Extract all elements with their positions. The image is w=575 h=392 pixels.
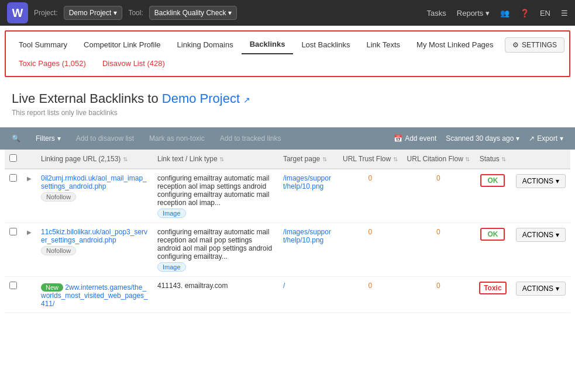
tab-tool-summary[interactable]: Tool Summary: [11, 36, 75, 54]
tab-competitor-link-profile[interactable]: Competitor Link Profile: [75, 36, 169, 54]
settings-button[interactable]: ⚙ SETTINGS: [505, 37, 564, 53]
row-checkbox[interactable]: [9, 174, 17, 182]
select-all-header[interactable]: [5, 150, 22, 169]
chevron-down-icon: ▾: [486, 9, 490, 18]
top-header: W Project: Demo Project ▾ Tool: Backlink…: [0, 0, 575, 26]
page-subtitle: This report lists only live backlinks: [12, 109, 563, 117]
chevron-down-icon: ▾: [556, 177, 559, 185]
row-expand-cell[interactable]: ▶: [22, 169, 36, 223]
citation-flow-cell: 0: [402, 169, 475, 223]
tool-label: Tool:: [128, 9, 143, 17]
row-checkbox-cell[interactable]: [5, 277, 22, 313]
add-tracked-button[interactable]: Add to tracked links: [214, 132, 287, 145]
export-button[interactable]: ↗ Export ▾: [523, 132, 569, 145]
status-badge: OK: [480, 228, 505, 241]
expand-button[interactable]: ▶: [27, 175, 32, 182]
menu-icon[interactable]: ☰: [561, 9, 568, 18]
scan-info: Scanned 30 days ago ▾: [446, 134, 519, 143]
linking-page-url-link[interactable]: 11c5kiz.bilolikar.uk/aol_pop3_server_set…: [41, 228, 147, 244]
chevron-down-icon: ▾: [560, 134, 563, 143]
tab-lost-backlinks[interactable]: Lost Backlinks: [293, 36, 358, 54]
project-name: Demo Project: [69, 9, 112, 17]
actions-button[interactable]: ACTIONS ▾: [516, 174, 566, 188]
tab-link-texts[interactable]: Link Texts: [358, 36, 408, 54]
chevron-down-icon: ▾: [228, 9, 232, 17]
row-checkbox[interactable]: [9, 228, 17, 235]
reports-link[interactable]: Reports ▾: [457, 9, 490, 18]
image-badge: Image: [157, 209, 186, 218]
chevron-down-icon: ▾: [556, 231, 559, 239]
target-page-header[interactable]: Target page ⇅: [278, 150, 338, 169]
actions-header: [511, 150, 570, 169]
header-nav: Tasks Reports ▾ 👥 ❓ EN ☰: [427, 9, 568, 18]
url-trust-flow-header[interactable]: URL Trust Flow ⇅: [338, 150, 402, 169]
table-row: ▶ 0il2umj.rmkodi.uk/aol_mail_imap_settin…: [5, 169, 570, 223]
project-dropdown[interactable]: Demo Project ▾: [64, 6, 123, 20]
url-citation-flow-header[interactable]: URL Citation Flow ⇅: [402, 150, 475, 169]
tab-backlinks[interactable]: Backlinks: [242, 35, 294, 54]
project-link[interactable]: Demo Project ↗: [162, 91, 250, 106]
linking-page-url-cell: 0il2umj.rmkodi.uk/aol_mail_imap_settings…: [36, 169, 153, 223]
status-badge: Toxic: [479, 282, 506, 294]
link-text-cell: 411143. emailtray.com: [153, 277, 278, 313]
citation-flow-cell: 0: [402, 277, 475, 313]
actions-button[interactable]: ACTIONS ▾: [516, 228, 566, 242]
link-text-content: 411143. emailtray.com: [157, 282, 274, 290]
sort-icon: ⇅: [393, 156, 398, 162]
add-event-button[interactable]: 📅 Add event: [388, 132, 442, 145]
external-link-icon: ↗: [243, 95, 250, 105]
sort-icon: ⇅: [219, 156, 224, 162]
link-text-cell: configuring emailtray automatic mail rec…: [153, 223, 278, 277]
row-checkbox-cell[interactable]: [5, 169, 22, 223]
target-page-link[interactable]: /images/support/help/10.png: [283, 174, 331, 190]
sort-icon: ⇅: [322, 156, 327, 162]
mark-nontoxic-button[interactable]: Mark as non-toxic: [143, 132, 211, 145]
lang-selector[interactable]: EN: [540, 9, 550, 18]
table-header-row: Linking page URL (2,153) ⇅ Link text / L…: [5, 150, 570, 169]
nofollow-badge: Nofollow: [41, 192, 76, 202]
actions-cell[interactable]: ACTIONS ▾: [511, 223, 570, 277]
search-button[interactable]: 🔍: [6, 132, 26, 145]
target-page-cell: /: [278, 277, 338, 313]
help-icon[interactable]: ❓: [520, 9, 529, 18]
target-page-cell: /images/support/help/10.png: [278, 223, 338, 277]
sort-icon: ⇅: [501, 156, 506, 162]
tool-name: Backlink Quality Check: [154, 9, 226, 17]
target-page-link[interactable]: /images/support/help/10.png: [283, 228, 331, 244]
tabs-bar: Tool Summary Competitor Link Profile Lin…: [5, 30, 570, 77]
people-icon[interactable]: 👥: [500, 9, 509, 18]
tab-my-most-linked-pages[interactable]: My Most Linked Pages: [408, 36, 502, 54]
select-all-checkbox[interactable]: [9, 154, 17, 162]
target-page-cell: /images/support/help/10.png: [278, 169, 338, 223]
status-header[interactable]: Status ⇅: [474, 150, 511, 169]
row-checkbox-cell[interactable]: [5, 223, 22, 277]
expand-button[interactable]: ▶: [27, 229, 32, 235]
expand-header: [22, 150, 36, 169]
linking-page-url-link[interactable]: 0il2umj.rmkodi.uk/aol_mail_imap_settings…: [41, 174, 147, 190]
link-text-content: configuring emailtray automatic mail rec…: [157, 228, 274, 261]
row-checkbox[interactable]: [9, 282, 17, 289]
link-text-header[interactable]: Link text / Link type ⇅: [153, 150, 278, 169]
actions-cell[interactable]: ACTIONS ▾: [511, 277, 570, 313]
status-badge: OK: [480, 174, 505, 187]
nofollow-badge: Nofollow: [41, 246, 76, 255]
project-label: Project:: [34, 9, 58, 17]
chevron-down-icon: ▾: [57, 134, 61, 143]
tab-linking-domains[interactable]: Linking Domains: [169, 36, 242, 54]
tab-disavow-list[interactable]: Disavow List (428): [94, 54, 173, 72]
actions-cell[interactable]: ACTIONS ▾: [511, 169, 570, 223]
actions-button[interactable]: ACTIONS ▾: [516, 282, 566, 296]
sort-icon: ⇅: [123, 156, 128, 162]
table-row: New 2ww.internets.games/the_worlds_most_…: [5, 277, 570, 313]
tab-toxic-pages[interactable]: Toxic Pages (1,052): [11, 54, 94, 72]
tasks-link[interactable]: Tasks: [427, 9, 446, 18]
target-page-link[interactable]: /: [283, 282, 285, 290]
row-expand-cell[interactable]: ▶: [22, 223, 36, 277]
add-disavow-button[interactable]: Add to disavow list: [70, 132, 140, 145]
linking-page-url-cell: New 2ww.internets.games/the_worlds_most_…: [36, 277, 153, 313]
linking-page-url-header[interactable]: Linking page URL (2,153) ⇅: [36, 150, 153, 169]
filters-button[interactable]: Filters ▾: [30, 132, 67, 145]
chevron-down-icon: ▾: [516, 134, 519, 143]
tool-dropdown[interactable]: Backlink Quality Check ▾: [149, 6, 237, 20]
trust-flow-cell: 0: [338, 169, 402, 223]
